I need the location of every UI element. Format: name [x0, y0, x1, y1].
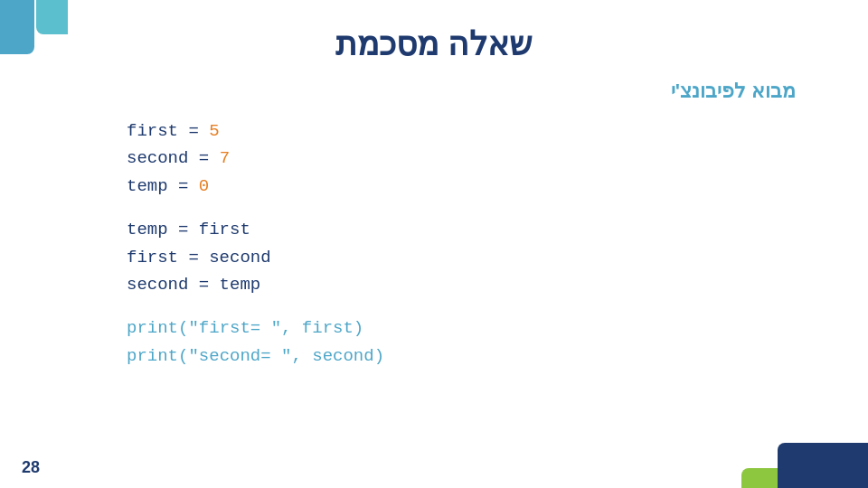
- code-line: second = temp: [127, 271, 384, 298]
- subtitle-container: מבוא לפיבונצ'י: [671, 80, 796, 103]
- page-title: שאלה מסכמת: [335, 25, 533, 62]
- code-token: temp: [127, 176, 168, 196]
- code-line: print("second= ", second): [127, 343, 384, 370]
- code-token: "first= ": [188, 318, 281, 338]
- code-line: print("first= ", first): [127, 314, 384, 342]
- deco-blue-bar: [778, 443, 868, 488]
- page-subtitle: מבוא לפיבונצ'י: [671, 80, 796, 102]
- code-token: temp = first: [127, 220, 250, 239]
- code-token: =: [178, 121, 209, 141]
- page-number: 28: [22, 458, 40, 477]
- code-line: temp = first: [127, 216, 384, 243]
- code-token: =: [188, 148, 219, 168]
- code-block-1: first = 5 second = 7 temp = 0: [127, 117, 384, 200]
- code-block-2: temp = first first = second second = tem…: [127, 216, 384, 298]
- code-token: 7: [220, 148, 230, 168]
- code-token: 0: [199, 176, 209, 196]
- code-block-3: print("first= ", first) print("second= "…: [127, 314, 384, 370]
- code-token: "second= ": [188, 346, 291, 366]
- title-container: שאלה מסכמת: [0, 25, 868, 63]
- code-token: first: [127, 121, 178, 141]
- code-token: print(: [127, 318, 188, 338]
- code-line: first = second: [127, 244, 384, 271]
- deco-bottom-right: [760, 434, 868, 488]
- code-token: second = temp: [127, 275, 260, 295]
- code-token: , first): [281, 318, 363, 338]
- code-line: second = 7: [127, 145, 384, 172]
- code-token: first = second: [127, 248, 271, 267]
- code-token: second: [127, 148, 188, 168]
- code-token: =: [168, 176, 199, 196]
- code-token: , second): [291, 346, 384, 366]
- code-line: temp = 0: [127, 173, 384, 200]
- code-line: first = 5: [127, 117, 384, 145]
- code-token: print(: [127, 346, 188, 366]
- code-token: 5: [209, 121, 219, 141]
- code-container: first = 5 second = 7 temp = 0 temp = fir…: [127, 117, 384, 386]
